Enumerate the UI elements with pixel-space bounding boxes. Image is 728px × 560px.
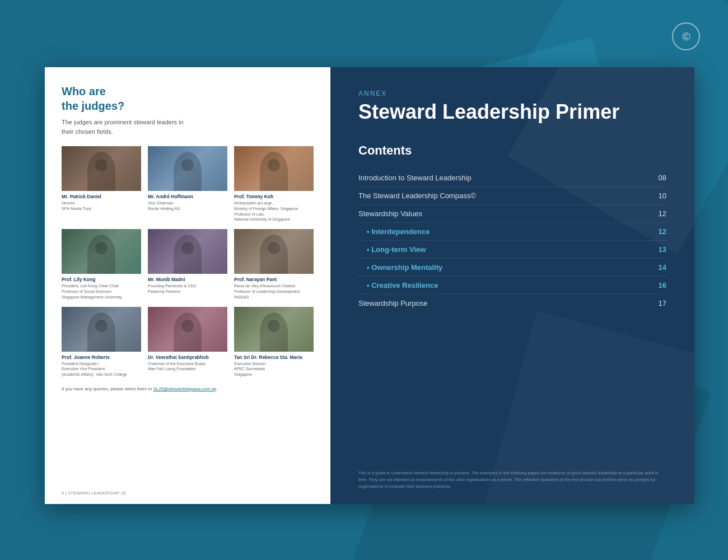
judge-name-1: Mr. Patrick Daniel xyxy=(62,194,141,199)
judge-photo-3 xyxy=(234,146,314,191)
contents-row: • Creative Resilience 16 xyxy=(358,277,666,295)
judge-name-3: Prof. Tommy Koh xyxy=(234,194,314,199)
judge-title-6: Raoul de Vitry d'Avaucourt ChairedProfes… xyxy=(234,283,314,300)
judge-name-5: Mr. Munib Madni xyxy=(148,277,227,282)
judge-photo-2 xyxy=(148,146,227,191)
judge-title-4: President, Lee Kong Chian ChairProfessor… xyxy=(62,283,141,300)
judge-item: Mr. André Hoffmann Vice ChairmanRoche Ho… xyxy=(148,146,227,222)
contents-row: • Ownership Mentality 14 xyxy=(358,259,666,277)
judge-title-9: Executive DirectorAPEC SecretariatSingap… xyxy=(234,361,314,377)
judge-item: Prof. Joanne Roberts President Designate… xyxy=(62,307,141,377)
contents-row: • Long-term View 13 xyxy=(358,241,666,259)
judge-name-8: Dr. Veerathai Santiprabhob xyxy=(148,354,227,360)
contents-page-purpose: 17 xyxy=(652,299,666,307)
judge-name-6: Prof. Narayan Pant xyxy=(234,277,314,282)
contents-label-creative: • Creative Resilience xyxy=(358,281,438,290)
judges-grid: Mr. Patrick Daniel DirectorSPH Media Tru… xyxy=(62,146,314,377)
judge-title-5: Founding Panvestor & CEOPanarchy Partner… xyxy=(148,283,227,295)
page-spread: Who are the judges? The judges are promi… xyxy=(45,67,694,504)
judge-name-2: Mr. André Hoffmann xyxy=(148,194,227,199)
contents-page-ownership: 14 xyxy=(652,263,666,272)
judge-title-8: Chairman of the Executive BoardMae Fah L… xyxy=(148,361,227,372)
judge-item: Dr. Veerathai Santiprabhob Chairman of t… xyxy=(148,307,227,377)
judge-photo-5 xyxy=(148,229,227,274)
judge-name-9: Tan Sri Dr. Rebecca Sta. Maria xyxy=(234,354,314,360)
footer-text: This is a guide to understand steward le… xyxy=(358,470,666,490)
judge-title-7: President Designate /Executive Vice Pres… xyxy=(62,361,141,377)
judges-heading-line2: the judges? xyxy=(62,100,124,112)
contents-label: Introduction to Steward Leadership xyxy=(358,174,472,182)
contents-label-interdependence: • Interdependence xyxy=(358,227,430,236)
judge-title-3: Ambassador-at-Large,Ministry of Foreign … xyxy=(234,200,314,222)
judge-item: Prof. Narayan Pant Raoul de Vitry d'Avau… xyxy=(234,229,314,300)
page-number: 6 | STEWARD LEADERSHIP 25 xyxy=(62,491,126,496)
contents-row: • Interdependence 12 xyxy=(358,223,666,241)
judges-subtitle: The judges are prominent steward leaders… xyxy=(62,118,314,136)
judge-item: Tan Sri Dr. Rebecca Sta. Maria Executive… xyxy=(234,307,314,377)
judges-heading: Who are the judges? xyxy=(62,84,314,113)
contents-label-longterm: • Long-term View xyxy=(358,245,426,254)
judge-item: Prof. Tommy Koh Ambassador-at-Large,Mini… xyxy=(234,146,314,222)
judges-heading-line1: Who are xyxy=(62,85,106,97)
judge-photo-4 xyxy=(62,229,141,274)
contents-label: The Steward Leadership Compass© xyxy=(358,192,476,200)
contents-label-ownership: • Ownership Mentality xyxy=(358,263,442,272)
judge-photo-8 xyxy=(148,307,227,352)
contents-label-purpose: Stewardship Purpose xyxy=(358,299,428,307)
right-page: ANNEX Steward Leadership Primer Contents… xyxy=(330,67,694,504)
judge-item: Mr. Patrick Daniel DirectorSPH Media Tru… xyxy=(62,146,141,222)
query-text: If you have any queries, please direct t… xyxy=(62,386,314,391)
judge-title-2: Vice ChairmanRoche Holding AG xyxy=(148,200,227,212)
judge-name-4: Prof. Lily Kong xyxy=(62,277,141,282)
judge-item: Mr. Munib Madni Founding Panvestor & CEO… xyxy=(148,229,227,300)
left-page: Who are the judges? The judges are promi… xyxy=(45,67,330,504)
judge-photo-9 xyxy=(234,307,314,352)
logo-icon: © xyxy=(672,22,700,50)
judge-title-1: DirectorSPH Media Trust xyxy=(62,200,141,212)
contents-row: Stewardship Purpose 17 xyxy=(358,295,666,312)
judge-item: Prof. Lily Kong President, Lee Kong Chia… xyxy=(62,229,141,300)
judge-photo-1 xyxy=(62,146,141,191)
judge-photo-6 xyxy=(234,229,314,274)
contents-page-creative: 16 xyxy=(652,281,666,290)
judge-name-7: Prof. Joanne Roberts xyxy=(62,354,141,360)
contents-label: Stewardship Values xyxy=(358,209,422,218)
query-email-link[interactable]: SL25@stewardshipasia.com.sg xyxy=(153,386,216,391)
judge-photo-7 xyxy=(62,307,141,352)
